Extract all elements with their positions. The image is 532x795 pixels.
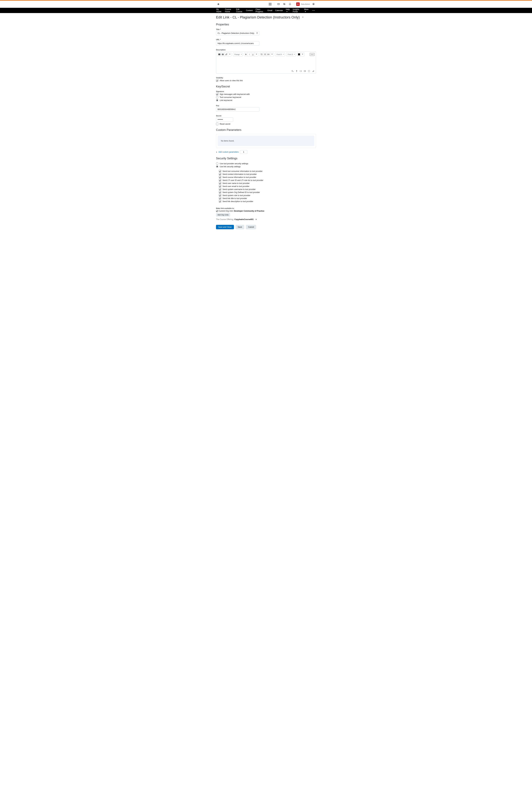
section-properties: Properties	[216, 23, 316, 26]
rte-color-swatch[interactable]	[297, 53, 301, 56]
nav-content[interactable]: Content	[246, 10, 253, 12]
reset-secret-checkbox[interactable]	[216, 123, 218, 125]
security-opt-7-label: Send system Org Defined ID to tool provi…	[223, 191, 260, 194]
cancel-button[interactable]: Cancel	[246, 225, 256, 229]
security-opt-9-checkbox[interactable]	[219, 197, 221, 200]
custom-params-box: No items found.	[216, 134, 316, 148]
rte-outdent-icon[interactable]	[260, 53, 263, 56]
rte-fullscreen-icon[interactable]	[308, 70, 310, 72]
rte-source-icon[interactable]	[299, 70, 302, 72]
waffle-icon[interactable]	[268, 2, 272, 6]
rte-italic[interactable]: I	[248, 53, 251, 56]
nav-help[interactable]: Help	[286, 8, 290, 13]
use-link-security-radio[interactable]	[216, 165, 218, 168]
rte-paragraph-select[interactable]: Paragraph	[233, 53, 243, 56]
bell-icon[interactable]	[288, 2, 292, 6]
add-org-units-button[interactable]: Add Org Units	[216, 213, 230, 217]
security-opt-4-checkbox[interactable]	[219, 182, 221, 184]
minibar: DA Data Admin	[0, 1, 532, 8]
avatar[interactable]: DA	[296, 2, 300, 6]
tool-consumer-text: Tool consumer key/secret	[220, 96, 241, 98]
chat-icon[interactable]	[282, 2, 286, 6]
title-input[interactable]	[216, 31, 259, 35]
svg-point-10	[268, 55, 268, 55]
rte-list-icon[interactable]	[267, 53, 270, 56]
sign-messages-checkbox[interactable]	[216, 93, 218, 95]
gear-icon[interactable]	[311, 2, 316, 6]
use-tool-provider-radio[interactable]	[216, 162, 218, 165]
rte-link-icon[interactable]	[225, 53, 228, 56]
security-opt-2-checkbox[interactable]	[219, 176, 221, 178]
link-key-text: Link key/secret	[220, 99, 232, 102]
user-name[interactable]: Data Admin	[301, 3, 310, 5]
security-opt-3-checkbox[interactable]	[219, 179, 221, 181]
secret-input[interactable]	[216, 118, 233, 122]
key-label: Key	[216, 105, 316, 107]
security-opt-4-label: Send user name to tool provider	[223, 182, 250, 184]
tool-consumer-radio[interactable]	[216, 96, 218, 98]
title-suffix-icon[interactable]	[256, 32, 258, 35]
rte-font-size-select[interactable]: Font Size	[286, 53, 296, 56]
remove-course-offering[interactable]: ✕	[255, 218, 257, 221]
rte-align-dropdown[interactable]	[270, 53, 274, 56]
rte-preview-icon[interactable]	[303, 70, 306, 72]
title-dropdown[interactable]	[302, 16, 304, 19]
security-opt-0-checkbox[interactable]	[219, 170, 221, 173]
current-org-checkbox[interactable]	[216, 210, 218, 212]
custom-params-empty: No items found.	[218, 135, 314, 146]
link-key-radio[interactable]	[216, 99, 218, 102]
key-input[interactable]	[216, 107, 259, 112]
nav-more[interactable]: More	[304, 8, 308, 13]
rte-media-icon[interactable]	[217, 53, 221, 56]
nav-overflow[interactable]	[311, 9, 316, 12]
security-opt-8-checkbox[interactable]	[219, 194, 221, 197]
make-available-label: Make link available to:	[216, 207, 316, 209]
nav-email[interactable]: Email	[268, 10, 272, 12]
url-label: URL	[216, 39, 316, 40]
security-opt-3-label: Send LTI user ID and LTI role list to to…	[223, 179, 263, 181]
rte-color-dropdown[interactable]	[301, 53, 304, 56]
security-opt-1-checkbox[interactable]	[219, 173, 221, 175]
rte-resize-icon[interactable]	[312, 70, 315, 72]
nav-insights[interactable]: Insights Portal	[293, 8, 301, 13]
security-opt-6-checkbox[interactable]	[219, 188, 221, 191]
page-title: Edit Link - CL - Plagiarism Detection (I…	[216, 15, 316, 19]
mail-icon[interactable]	[276, 2, 281, 6]
nav-calendar[interactable]: Calendar	[275, 10, 283, 12]
rte-spellcheck-icon[interactable]	[291, 70, 294, 72]
nav-my-home[interactable]: My Home	[216, 8, 222, 13]
rte-indent-icon[interactable]	[263, 53, 267, 56]
use-link-security-text: Use link security settings	[220, 165, 241, 168]
security-opt-7-checkbox[interactable]	[219, 191, 221, 194]
current-org-value: Developer Community of Practice	[234, 210, 264, 212]
signature-label: Signature	[216, 90, 316, 92]
course-offering-prefix: The Course Offering:	[216, 218, 234, 220]
rte-bold[interactable]: B	[244, 53, 248, 56]
rte-overflow[interactable]	[310, 53, 315, 56]
visibility-label: Visibility	[216, 77, 316, 79]
rte-text-dropdown[interactable]	[255, 53, 258, 56]
rte-accessibility-icon[interactable]	[295, 70, 298, 72]
custom-params-count[interactable]	[240, 150, 247, 154]
save-and-close-button[interactable]: Save and Close	[216, 225, 234, 229]
nav-class-progress[interactable]: Class Progress	[255, 8, 265, 13]
title-label: Title	[216, 29, 316, 30]
rte-image-icon[interactable]	[221, 53, 225, 56]
nav-course-home[interactable]: Course Home	[225, 8, 233, 13]
rte-underline[interactable]: U	[251, 53, 255, 56]
svg-rect-12	[304, 71, 305, 72]
nav-edit-course[interactable]: Edit Course	[236, 8, 243, 13]
rte-body[interactable]	[216, 57, 316, 69]
security-opt-10-checkbox[interactable]	[219, 200, 221, 202]
security-opt-6-label: Send system username to tool provider	[223, 188, 256, 191]
home-icon[interactable]	[216, 2, 221, 6]
url-input[interactable]	[216, 41, 259, 46]
rte-insert-dropdown[interactable]	[228, 53, 231, 56]
rte-font-family-select[interactable]: Font Famil	[275, 53, 285, 56]
security-opt-5-checkbox[interactable]	[219, 185, 221, 187]
add-custom-params-link[interactable]: Add custom parameters	[218, 151, 239, 153]
security-opt-10-label: Send link description to tool provider	[223, 200, 253, 202]
save-button[interactable]: Save	[235, 225, 244, 229]
plus-icon: +	[216, 151, 217, 153]
visibility-checkbox[interactable]	[216, 79, 218, 82]
